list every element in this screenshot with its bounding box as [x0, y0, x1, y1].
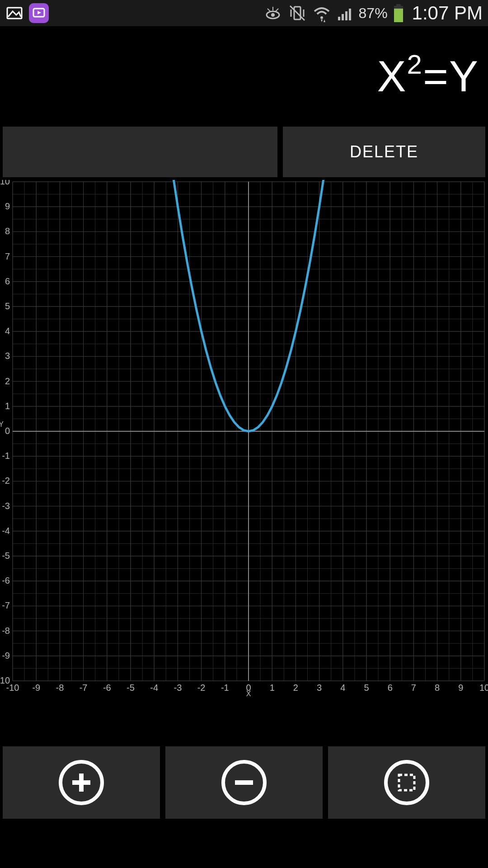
vibrate-icon	[287, 3, 307, 23]
svg-text:4: 4	[5, 326, 10, 336]
equation-base: X	[377, 52, 407, 100]
minus-circle-icon	[219, 758, 269, 807]
svg-rect-198	[399, 775, 414, 790]
zoom-in-button[interactable]	[3, 746, 160, 819]
svg-text:-6: -6	[2, 576, 10, 585]
svg-text:-3: -3	[2, 501, 10, 511]
svg-text:6: 6	[388, 683, 393, 693]
svg-text:3: 3	[317, 683, 322, 693]
svg-text:7: 7	[411, 683, 416, 693]
svg-rect-17	[345, 11, 347, 20]
svg-marker-2	[38, 11, 41, 14]
svg-text:10: 10	[479, 683, 488, 693]
svg-text:-4: -4	[150, 683, 158, 693]
delete-label: DELETE	[350, 142, 418, 161]
svg-text:5: 5	[5, 301, 10, 311]
svg-text:-7: -7	[2, 600, 10, 610]
svg-text:-5: -5	[2, 551, 10, 561]
svg-text:-8: -8	[2, 626, 10, 636]
svg-text:0: 0	[5, 426, 10, 436]
svg-rect-18	[349, 9, 351, 20]
svg-text:8: 8	[5, 226, 10, 236]
svg-text:2: 2	[293, 683, 298, 693]
battery-percentage: 87%	[359, 5, 388, 22]
svg-text:-2: -2	[2, 476, 10, 486]
svg-text:4: 4	[340, 683, 345, 693]
svg-text:8: 8	[435, 683, 440, 693]
equation-rhs: =Y	[423, 52, 479, 100]
svg-text:-1: -1	[221, 683, 229, 693]
delete-button[interactable]: DELETE	[283, 127, 485, 177]
action-row: DELETE	[0, 127, 488, 177]
select-region-button[interactable]	[328, 746, 485, 819]
svg-text:9: 9	[5, 201, 10, 211]
svg-text:6: 6	[5, 276, 10, 286]
svg-text:-10: -10	[0, 675, 10, 685]
selection-circle-icon	[382, 758, 432, 807]
svg-line-11	[290, 6, 305, 20]
svg-text:5: 5	[364, 683, 369, 693]
svg-text:2: 2	[5, 376, 10, 386]
battery-icon	[392, 3, 405, 23]
zoom-out-button[interactable]	[165, 746, 323, 819]
equation-display[interactable]: X2=Y	[0, 26, 488, 127]
svg-text:X: X	[246, 690, 251, 697]
svg-text:-4: -4	[2, 526, 10, 536]
svg-text:1: 1	[270, 683, 275, 693]
svg-text:-5: -5	[127, 683, 135, 693]
svg-point-4	[271, 13, 275, 17]
plus-circle-icon	[56, 758, 106, 807]
svg-text:-9: -9	[2, 651, 10, 660]
svg-marker-13	[321, 19, 323, 22]
svg-rect-20	[394, 9, 403, 22]
signal-icon	[336, 4, 354, 22]
svg-marker-14	[324, 19, 325, 22]
svg-text:9: 9	[458, 683, 463, 693]
status-bar: 87% 1:07 PM	[0, 0, 488, 26]
svg-text:10: 10	[0, 180, 10, 186]
equation-exponent: 2	[407, 49, 423, 80]
svg-rect-16	[342, 14, 344, 20]
svg-text:3: 3	[5, 351, 10, 361]
svg-text:-1: -1	[2, 451, 10, 461]
eye-icon	[263, 3, 283, 23]
graph-canvas[interactable]: -10-9-8-7-6-5-4-3-2-1012345678910-10-9-8…	[0, 180, 488, 697]
svg-rect-15	[338, 17, 340, 20]
svg-point-197	[386, 762, 427, 803]
svg-line-7	[276, 9, 278, 11]
result-button[interactable]	[3, 127, 277, 177]
svg-rect-21	[396, 4, 401, 6]
svg-text:-3: -3	[174, 683, 182, 693]
svg-text:1: 1	[5, 401, 10, 411]
svg-text:-9: -9	[32, 683, 40, 693]
svg-line-5	[267, 9, 270, 11]
svg-text:-6: -6	[103, 683, 111, 693]
svg-text:-7: -7	[80, 683, 88, 693]
screencast-icon	[29, 3, 49, 23]
svg-text:Y: Y	[0, 420, 4, 428]
gallery-icon	[5, 4, 23, 22]
svg-text:-2: -2	[197, 683, 206, 693]
zoom-controls	[0, 697, 488, 868]
wifi-icon	[312, 3, 332, 23]
svg-point-12	[320, 16, 323, 19]
svg-text:-8: -8	[56, 683, 64, 693]
clock: 1:07 PM	[412, 2, 483, 24]
svg-text:7: 7	[5, 251, 10, 261]
